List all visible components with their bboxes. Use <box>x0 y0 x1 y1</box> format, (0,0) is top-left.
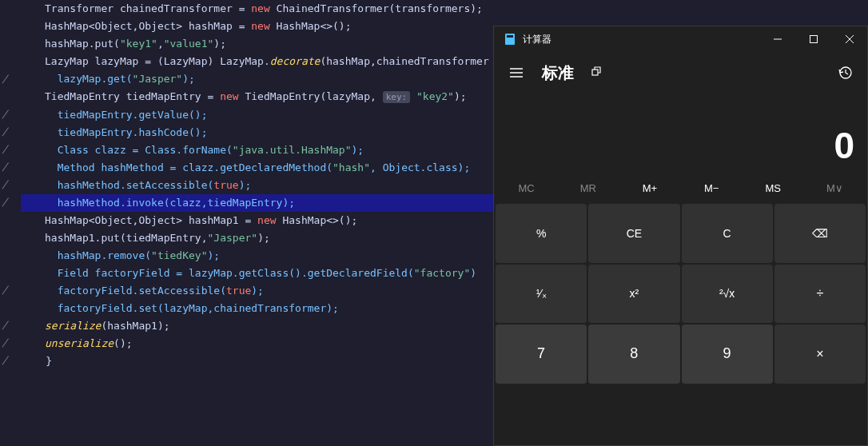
memory-recall[interactable]: MR <box>557 175 619 201</box>
memory-subtract[interactable]: M− <box>681 175 743 201</box>
memory-add[interactable]: M+ <box>619 175 680 201</box>
gutter: /////////// <box>0 0 16 446</box>
keypad: % CE C ⌫ ¹⁄ₓ x² ²√x ÷ 7 8 9 × <box>494 202 867 445</box>
svg-rect-9 <box>592 70 598 75</box>
code-line[interactable]: Transformer chainedTransformer = new Cha… <box>21 0 868 18</box>
minimize-button[interactable] <box>759 26 795 52</box>
gutter-comment-mark: / <box>2 317 8 334</box>
square-key[interactable]: x² <box>588 265 679 324</box>
gutter-comment-mark: / <box>2 141 8 158</box>
gutter-comment-mark: / <box>2 123 8 141</box>
sqrt-key[interactable]: ²√x <box>682 265 773 324</box>
reciprocal-key[interactable]: ¹⁄ₓ <box>496 265 587 324</box>
eight-key[interactable]: 8 <box>588 325 679 384</box>
close-button[interactable] <box>831 26 867 52</box>
gutter-comment-mark: / <box>2 158 8 176</box>
gutter-comment-mark: / <box>2 281 8 299</box>
nine-key[interactable]: 9 <box>682 325 773 384</box>
percent-key[interactable]: % <box>496 204 587 263</box>
mode-label: 标准 <box>542 62 574 84</box>
gutter-comment-mark: / <box>2 334 8 352</box>
gutter-comment-mark: / <box>2 176 8 193</box>
backspace-key[interactable]: ⌫ <box>774 204 866 263</box>
memory-clear[interactable]: MC <box>496 175 557 201</box>
gutter-comment-mark: / <box>2 106 8 123</box>
divide-key[interactable]: ÷ <box>774 265 866 324</box>
menu-button[interactable] <box>500 58 532 87</box>
memory-list[interactable]: M∨ <box>804 175 866 201</box>
gutter-comment-mark: / <box>2 193 8 211</box>
multiply-key[interactable]: × <box>774 325 866 384</box>
seven-key[interactable]: 7 <box>496 325 587 384</box>
keep-on-top-button[interactable] <box>583 60 609 86</box>
svg-rect-1 <box>507 35 513 38</box>
maximize-button[interactable] <box>795 26 831 52</box>
clear-key[interactable]: C <box>682 204 773 263</box>
svg-rect-3 <box>810 36 817 43</box>
gutter-comment-mark: / <box>2 70 8 88</box>
titlebar[interactable]: 计算器 <box>494 26 867 52</box>
memory-row: MC MR M+ M− MS M∨ <box>494 173 867 202</box>
history-button[interactable] <box>829 58 861 87</box>
calculator-app-icon <box>504 33 516 46</box>
clear-entry-key[interactable]: CE <box>588 204 679 263</box>
window-title: 计算器 <box>523 33 551 46</box>
gutter-comment-mark: / <box>2 352 8 369</box>
memory-store[interactable]: MS <box>743 175 804 201</box>
calculator-display: 0 <box>494 94 867 173</box>
calculator-window[interactable]: 计算器 标准 0 MC MR M+ M− MS M∨ % CE C ⌫ ¹⁄ₓ … <box>493 26 868 446</box>
